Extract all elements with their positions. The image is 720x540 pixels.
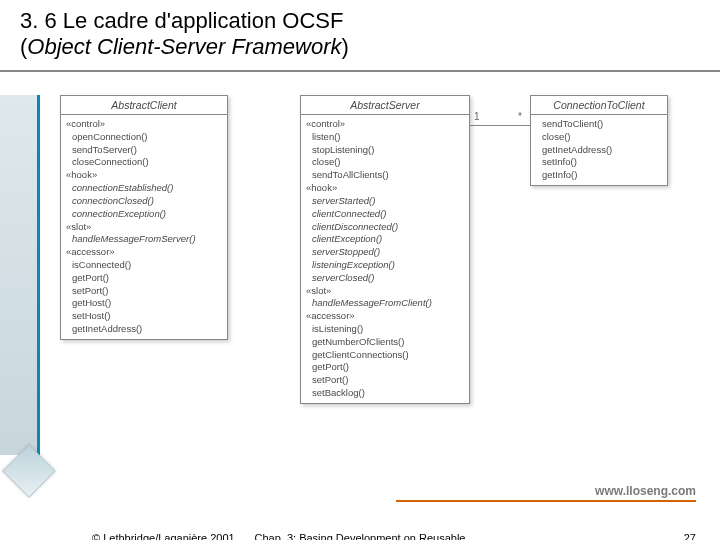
class-name: ConnectionToClient (531, 96, 667, 115)
multiplicity-one: 1 (474, 111, 480, 122)
url-underline (396, 500, 696, 502)
class-body: «control» openConnection() sendToServer(… (61, 115, 227, 339)
class-connection-to-client: ConnectionToClient sendToClient() close(… (530, 95, 668, 186)
title-line-1: 3. 6 Le cadre d'application OCSF (20, 8, 700, 34)
class-body: sendToClient() close() getInetAddress() … (531, 115, 667, 185)
footer-chapter: Chap. 3: Basing Development on Reusable (0, 532, 720, 540)
class-abstract-client: AbstractClient «control» openConnection(… (60, 95, 228, 340)
class-name: AbstractServer (301, 96, 469, 115)
footer-page-number: 27 (684, 532, 696, 540)
multiplicity-many: * (518, 111, 522, 122)
class-body: «control» listen() stopListening() close… (301, 115, 469, 403)
title-line-2: (Object Client-Server Framework) (20, 34, 700, 60)
association-line (470, 125, 530, 126)
slide-title: 3. 6 Le cadre d'application OCSF (Object… (0, 0, 720, 72)
class-name: AbstractClient (61, 96, 227, 115)
website-url: www.lloseng.com (595, 484, 696, 498)
class-abstract-server: AbstractServer «control» listen() stopLi… (300, 95, 470, 404)
side-decoration (0, 95, 40, 455)
